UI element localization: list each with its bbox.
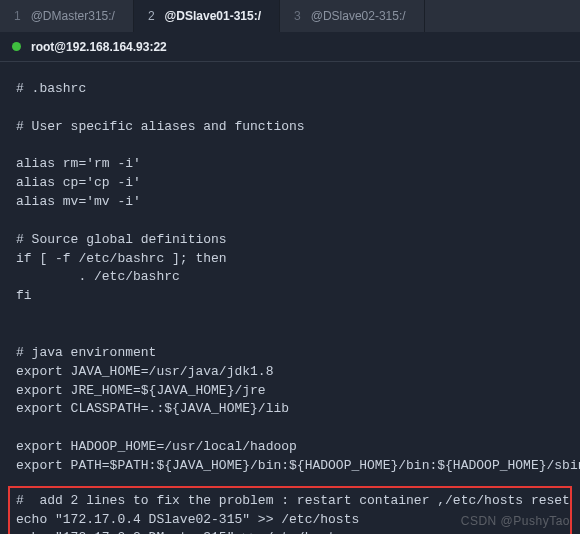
terminal-output[interactable]: # .bashrc # User specific aliases and fu… [0, 62, 580, 486]
tab-dslave01[interactable]: 2 @DSlave01-315:/ [134, 0, 280, 32]
tab-dmaster[interactable]: 1 @DMaster315:/ [0, 0, 134, 32]
tab-dslave02[interactable]: 3 @DSlave02-315:/ [280, 0, 425, 32]
tab-number: 3 [294, 9, 301, 23]
tab-number: 2 [148, 9, 155, 23]
tab-bar: 1 @DMaster315:/ 2 @DSlave01-315:/ 3 @DSl… [0, 0, 580, 32]
connection-status-bar: root@192.168.164.93:22 [0, 32, 580, 62]
status-dot-icon [12, 42, 21, 51]
tab-title: @DSlave01-315:/ [165, 9, 261, 23]
tab-number: 1 [14, 9, 21, 23]
highlighted-lines: # add 2 lines to fix the problem : resta… [8, 486, 572, 534]
host-label: root@192.168.164.93:22 [31, 40, 167, 54]
tab-title: @DSlave02-315:/ [311, 9, 406, 23]
tab-title: @DMaster315:/ [31, 9, 115, 23]
